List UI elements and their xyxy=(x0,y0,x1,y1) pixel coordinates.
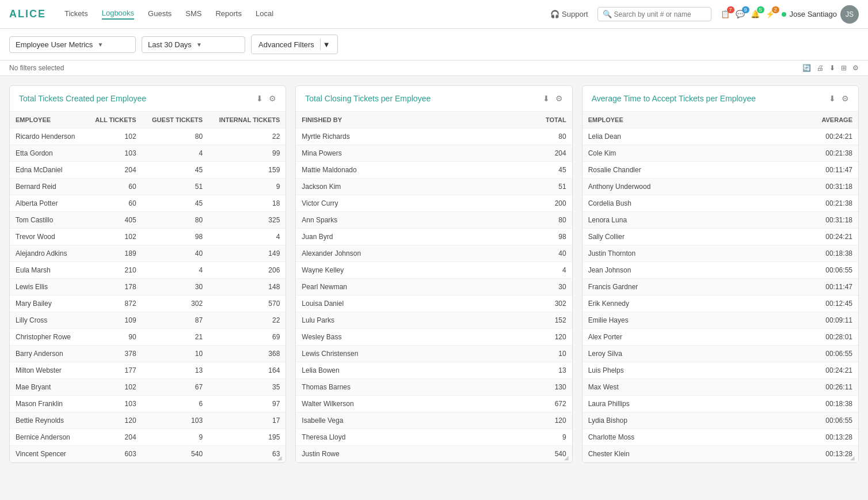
nav-tickets[interactable]: Tickets xyxy=(64,9,88,19)
date-range-dropdown[interactable]: Last 30 Days ▼ xyxy=(142,36,245,53)
table-row[interactable]: Juan Byrd98 xyxy=(296,229,572,245)
advanced-filters-button[interactable]: Advanced Filters ▼ xyxy=(251,35,338,54)
table2-container[interactable]: FINISHED BY TOTAL Myrtle Richards80Mina … xyxy=(296,112,572,463)
resize-handle-3[interactable]: ◢ xyxy=(850,454,858,463)
nav-guests[interactable]: Guests xyxy=(148,9,172,19)
table1-container[interactable]: EMPLOYEE ALL TICKETS GUEST TICKETS INTER… xyxy=(10,112,285,463)
table-row[interactable]: Bernice Anderson2049195 xyxy=(10,429,285,446)
table-cell: 109 xyxy=(86,312,142,329)
table-row[interactable]: Walter Wilkerson672 xyxy=(296,396,572,412)
notification-icon-tasks[interactable]: 🔔5 xyxy=(751,10,760,18)
table-row[interactable]: Lelia Dean00:24:21 xyxy=(583,128,858,145)
table-row[interactable]: Erik Kennedy00:12:45 xyxy=(583,296,858,312)
table-row[interactable]: Mason Franklin103697 xyxy=(10,396,285,412)
table-row[interactable]: Leroy Silva00:06:55 xyxy=(583,346,858,362)
settings-table2-icon[interactable]: ⚙ xyxy=(555,94,563,103)
report-type-dropdown[interactable]: Employee User Metrics ▼ xyxy=(9,36,136,53)
table-row[interactable]: Lewis Ellis17830148 xyxy=(10,279,285,296)
table-row[interactable]: Bettie Reynolds12010317 xyxy=(10,412,285,429)
search-box[interactable]: 🔍 xyxy=(597,7,711,21)
table-row[interactable]: Ann Sparks80 xyxy=(296,212,572,229)
table-row[interactable]: Cole Kim00:21:38 xyxy=(583,145,858,162)
table-row[interactable]: Chester Klein00:13:28 xyxy=(583,446,858,463)
chevron-down-icon: ▼ xyxy=(97,41,103,48)
table-row[interactable]: Eula Marsh2104206 xyxy=(10,262,285,279)
table-cell: 102 xyxy=(86,229,142,245)
table-row[interactable]: Milton Webster17713164 xyxy=(10,362,285,379)
table-row[interactable]: Alex Porter00:28:01 xyxy=(583,329,858,346)
table-row[interactable]: Alberta Potter604518 xyxy=(10,195,285,212)
table-row[interactable]: Isabelle Vega120 xyxy=(296,412,572,429)
table-row[interactable]: Tom Castillo40580325 xyxy=(10,212,285,229)
table-row[interactable]: Mattie Maldonado45 xyxy=(296,162,572,179)
user-info[interactable]: Jose Santiago JS xyxy=(782,5,859,24)
download-icon[interactable]: ⬇ xyxy=(829,64,835,72)
table-row[interactable]: Alejandro Adkins18940149 xyxy=(10,245,285,262)
support-button[interactable]: 🎧 Support xyxy=(550,10,588,18)
table-row[interactable]: Lulu Parks152 xyxy=(296,312,572,329)
table-row[interactable]: Ricardo Henderson1028022 xyxy=(10,128,285,145)
download-table1-icon[interactable]: ⬇ xyxy=(256,94,263,103)
table-row[interactable]: Etta Gordon103499 xyxy=(10,145,285,162)
resize-handle-1[interactable]: ◢ xyxy=(277,454,285,463)
refresh-icon[interactable]: 🔄 xyxy=(802,64,811,72)
nav-local[interactable]: Local xyxy=(256,9,273,19)
table-row[interactable]: Barry Anderson37810368 xyxy=(10,346,285,362)
table-row[interactable]: Lydia Bishop00:06:55 xyxy=(583,412,858,429)
search-input[interactable] xyxy=(614,10,706,18)
table-cell: Sally Collier xyxy=(583,229,758,245)
settings-icon[interactable]: ⚙ xyxy=(852,64,859,72)
table-row[interactable]: Jackson Kim51 xyxy=(296,179,572,195)
table-row[interactable]: Max West00:26:11 xyxy=(583,379,858,396)
table-row[interactable]: Sally Collier00:24:21 xyxy=(583,229,858,245)
notification-icon-alerts[interactable]: ⚡2 xyxy=(766,10,775,18)
table-row[interactable]: Bernard Reid60519 xyxy=(10,179,285,195)
table-row[interactable]: Wesley Bass120 xyxy=(296,329,572,346)
table-row[interactable]: Lelia Bowen13 xyxy=(296,362,572,379)
table-row[interactable]: Anthony Underwood00:31:18 xyxy=(583,179,858,195)
download-table3-icon[interactable]: ⬇ xyxy=(829,94,836,103)
table-row[interactable]: Pearl Newman30 xyxy=(296,279,572,296)
resize-handle-2[interactable]: ◢ xyxy=(564,454,572,463)
settings-table3-icon[interactable]: ⚙ xyxy=(842,94,849,103)
table-cell: 98 xyxy=(486,229,572,245)
table-row[interactable]: Theresa Lloyd9 xyxy=(296,429,572,446)
table-row[interactable]: Rosalie Chandler00:11:47 xyxy=(583,162,858,179)
table-row[interactable]: Luis Phelps00:24:21 xyxy=(583,362,858,379)
nav-logbooks[interactable]: Logbooks xyxy=(102,9,134,20)
notification-icon-bell[interactable]: 📋7 xyxy=(721,10,730,18)
table-row[interactable]: Mary Bailey872302570 xyxy=(10,296,285,312)
table-row[interactable]: Vincent Spencer60354063 xyxy=(10,446,285,463)
notification-icon-chat[interactable]: 💬9 xyxy=(736,10,745,18)
grid-icon[interactable]: ⊞ xyxy=(841,64,847,72)
table-row[interactable]: Mae Bryant1026735 xyxy=(10,379,285,396)
table-row[interactable]: Jean Johnson00:06:55 xyxy=(583,262,858,279)
print-icon[interactable]: 🖨 xyxy=(817,64,824,72)
table-row[interactable]: Cordelia Bush00:21:38 xyxy=(583,195,858,212)
table-row[interactable]: Victor Curry200 xyxy=(296,195,572,212)
table-row[interactable]: Francis Gardner00:11:47 xyxy=(583,279,858,296)
table-row[interactable]: Trevor Wood102984 xyxy=(10,229,285,245)
table-row[interactable]: Lenora Luna00:31:18 xyxy=(583,212,858,229)
table-row[interactable]: Alexander Johnson40 xyxy=(296,245,572,262)
settings-table1-icon[interactable]: ⚙ xyxy=(269,94,276,103)
table-row[interactable]: Christopher Rowe902169 xyxy=(10,329,285,346)
table-row[interactable]: Thomas Barnes130 xyxy=(296,379,572,396)
nav-sms[interactable]: SMS xyxy=(185,9,201,19)
download-table2-icon[interactable]: ⬇ xyxy=(543,94,550,103)
table-row[interactable]: Mina Powers204 xyxy=(296,145,572,162)
table-row[interactable]: Charlotte Moss00:13:28 xyxy=(583,429,858,446)
table-row[interactable]: Justin Thornton00:18:38 xyxy=(583,245,858,262)
table-row[interactable]: Emilie Hayes00:09:11 xyxy=(583,312,858,329)
table-row[interactable]: Lilly Cross1098722 xyxy=(10,312,285,329)
table-row[interactable]: Louisa Daniel302 xyxy=(296,296,572,312)
nav-reports[interactable]: Reports xyxy=(215,9,242,19)
table-row[interactable]: Wayne Kelley4 xyxy=(296,262,572,279)
table-row[interactable]: Myrtle Richards80 xyxy=(296,128,572,145)
table-row[interactable]: Laura Phillips00:18:38 xyxy=(583,396,858,412)
table3-container[interactable]: EMPLOYEE AVERAGE Lelia Dean00:24:21Cole … xyxy=(583,112,858,463)
table-row[interactable]: Lewis Christensen10 xyxy=(296,346,572,362)
table-row[interactable]: Justin Rowe540 xyxy=(296,446,572,463)
table-row[interactable]: Edna McDaniel20445159 xyxy=(10,162,285,179)
col-employee: EMPLOYEE xyxy=(10,112,86,128)
